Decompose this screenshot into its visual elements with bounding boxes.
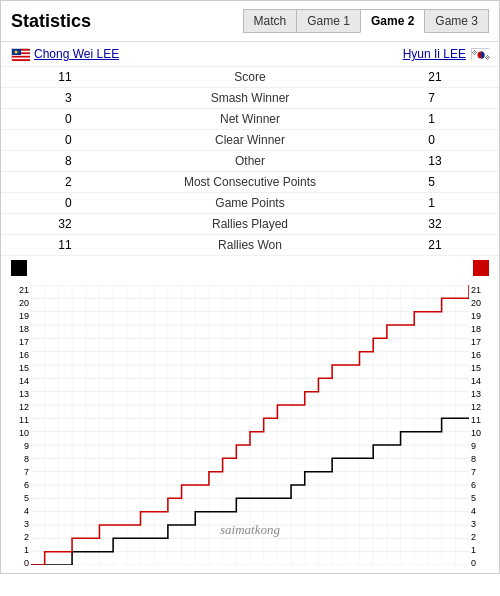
- tab-match[interactable]: Match: [243, 9, 298, 33]
- stats-row: 11 Rallies Won 21: [1, 235, 499, 256]
- stat-label: Game Points: [80, 193, 421, 214]
- black-indicator: [11, 260, 27, 276]
- left-value: 0: [1, 193, 80, 214]
- y-label-right: 21: [471, 285, 489, 295]
- players-row: Chong Wei LEE Hyun Ii LEE: [1, 42, 499, 67]
- y-label-left: 8: [11, 454, 29, 464]
- stats-row: 3 Smash Winner 7: [1, 88, 499, 109]
- chart-wrapper: 0123456789101112131415161718192021 saima…: [11, 285, 489, 568]
- stat-label: Net Winner: [80, 109, 421, 130]
- header: Statistics Match Game 1 Game 2 Game 3: [1, 1, 499, 42]
- left-value: 11: [1, 235, 80, 256]
- tab-bar: Match Game 1 Game 2 Game 3: [244, 9, 489, 33]
- y-label-right: 10: [471, 428, 489, 438]
- left-value: 3: [1, 88, 80, 109]
- y-label-left: 15: [11, 363, 29, 373]
- y-label-right: 13: [471, 389, 489, 399]
- chart-svg-area: saimatkong: [31, 285, 469, 568]
- right-value: 32: [420, 214, 499, 235]
- tab-game1[interactable]: Game 1: [296, 9, 361, 33]
- color-bar-row: [1, 256, 499, 280]
- y-label-right: 15: [471, 363, 489, 373]
- y-label-right: 16: [471, 350, 489, 360]
- flag-malaysia-icon: [11, 48, 29, 60]
- y-label-left: 2: [11, 532, 29, 542]
- stat-label: Other: [80, 151, 421, 172]
- right-value: 21: [420, 67, 499, 88]
- flag-korea-icon: [471, 48, 489, 60]
- y-label-right: 19: [471, 311, 489, 321]
- player-left-name: Chong Wei LEE: [34, 47, 119, 61]
- y-label-left: 10: [11, 428, 29, 438]
- red-indicator: [473, 260, 489, 276]
- y-label-left: 7: [11, 467, 29, 477]
- y-label-left: 6: [11, 480, 29, 490]
- stats-row: 8 Other 13: [1, 151, 499, 172]
- y-label-left: 1: [11, 545, 29, 555]
- y-label-left: 20: [11, 298, 29, 308]
- y-label-right: 11: [471, 415, 489, 425]
- svg-point-5: [15, 51, 18, 54]
- player-left: Chong Wei LEE: [11, 47, 119, 61]
- y-label-left: 0: [11, 558, 29, 568]
- y-label-right: 14: [471, 376, 489, 386]
- y-label-right: 8: [471, 454, 489, 464]
- y-label-right: 3: [471, 519, 489, 529]
- y-label-right: 0: [471, 558, 489, 568]
- stat-label: Most Consecutive Points: [80, 172, 421, 193]
- chart-container: 0123456789101112131415161718192021 saima…: [11, 280, 489, 573]
- y-label-left: 12: [11, 402, 29, 412]
- player-right: Hyun Ii LEE: [403, 47, 489, 61]
- stats-table: 11 Score 21 3 Smash Winner 7 0 Net Winne…: [1, 67, 499, 256]
- y-label-right: 18: [471, 324, 489, 334]
- y-label-left: 17: [11, 337, 29, 347]
- tab-game3[interactable]: Game 3: [424, 9, 489, 33]
- y-label-right: 7: [471, 467, 489, 477]
- y-label-left: 13: [11, 389, 29, 399]
- y-label-left: 4: [11, 506, 29, 516]
- y-label-left: 21: [11, 285, 29, 295]
- stat-label: Clear Winner: [80, 130, 421, 151]
- stats-row: 2 Most Consecutive Points 5: [1, 172, 499, 193]
- y-label-right: 20: [471, 298, 489, 308]
- y-label-right: 6: [471, 480, 489, 490]
- left-value: 2: [1, 172, 80, 193]
- y-label-right: 9: [471, 441, 489, 451]
- right-value: 7: [420, 88, 499, 109]
- y-label-left: 14: [11, 376, 29, 386]
- y-label-left: 16: [11, 350, 29, 360]
- y-label-left: 5: [11, 493, 29, 503]
- y-label-right: 1: [471, 545, 489, 555]
- svg-rect-3: [12, 58, 30, 60]
- stats-row: 0 Game Points 1: [1, 193, 499, 214]
- y-label-left: 3: [11, 519, 29, 529]
- y-label-left: 18: [11, 324, 29, 334]
- y-label-right: 4: [471, 506, 489, 516]
- y-label-right: 5: [471, 493, 489, 503]
- right-value: 21: [420, 235, 499, 256]
- right-value: 13: [420, 151, 499, 172]
- right-value: 0: [420, 130, 499, 151]
- left-value: 11: [1, 67, 80, 88]
- y-axis-left: 0123456789101112131415161718192021: [11, 285, 31, 568]
- right-value: 1: [420, 193, 499, 214]
- left-value: 0: [1, 109, 80, 130]
- stat-label: Rallies Won: [80, 235, 421, 256]
- tab-game2[interactable]: Game 2: [360, 9, 425, 33]
- main-container: Statistics Match Game 1 Game 2 Game 3: [0, 0, 500, 574]
- left-value: 8: [1, 151, 80, 172]
- y-label-left: 11: [11, 415, 29, 425]
- stats-row: 32 Rallies Played 32: [1, 214, 499, 235]
- watermark: saimatkong: [220, 522, 280, 538]
- stat-label: Score: [80, 67, 421, 88]
- y-axis-right: 0123456789101112131415161718192021: [469, 285, 489, 568]
- stats-row: 0 Net Winner 1: [1, 109, 499, 130]
- stat-label: Rallies Played: [80, 214, 421, 235]
- y-label-right: 2: [471, 532, 489, 542]
- right-value: 1: [420, 109, 499, 130]
- y-label-right: 12: [471, 402, 489, 412]
- page-title: Statistics: [11, 11, 244, 32]
- y-label-left: 9: [11, 441, 29, 451]
- stats-row: 11 Score 21: [1, 67, 499, 88]
- left-value: 32: [1, 214, 80, 235]
